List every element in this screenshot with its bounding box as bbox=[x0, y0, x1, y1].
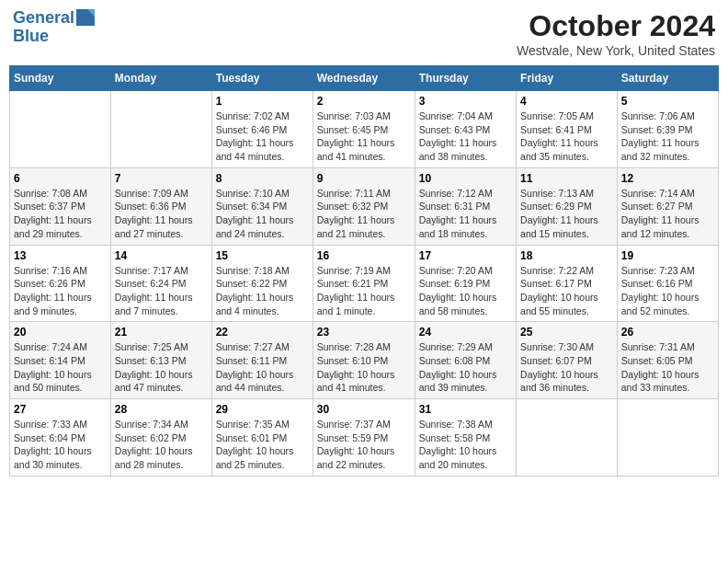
day-number: 30 bbox=[317, 403, 411, 416]
day-number: 21 bbox=[115, 326, 208, 339]
day-number: 4 bbox=[520, 95, 613, 108]
day-info: Sunrise: 7:05 AM Sunset: 6:41 PM Dayligh… bbox=[520, 109, 613, 164]
page-header: General Blue October 2024 Westvale, New … bbox=[9, 9, 719, 58]
week-row-5: 27Sunrise: 7:33 AM Sunset: 6:04 PM Dayli… bbox=[10, 399, 719, 477]
day-cell: 14Sunrise: 7:17 AM Sunset: 6:24 PM Dayli… bbox=[110, 245, 211, 322]
day-cell: 28Sunrise: 7:34 AM Sunset: 6:02 PM Dayli… bbox=[110, 399, 211, 477]
week-row-2: 6Sunrise: 7:08 AM Sunset: 6:37 PM Daylig… bbox=[10, 167, 719, 245]
day-number: 12 bbox=[621, 172, 714, 185]
day-info: Sunrise: 7:02 AM Sunset: 6:46 PM Dayligh… bbox=[216, 109, 309, 164]
col-header-wednesday: Wednesday bbox=[313, 66, 415, 91]
day-cell: 25Sunrise: 7:30 AM Sunset: 6:07 PM Dayli… bbox=[517, 322, 618, 399]
calendar-table: SundayMondayTuesdayWednesdayThursdayFrid… bbox=[9, 65, 719, 477]
col-header-sunday: Sunday bbox=[10, 66, 111, 91]
day-cell: 12Sunrise: 7:14 AM Sunset: 6:27 PM Dayli… bbox=[617, 167, 718, 245]
day-info: Sunrise: 7:28 AM Sunset: 6:10 PM Dayligh… bbox=[317, 340, 411, 395]
day-info: Sunrise: 7:37 AM Sunset: 5:59 PM Dayligh… bbox=[317, 418, 411, 472]
week-row-3: 13Sunrise: 7:16 AM Sunset: 6:26 PM Dayli… bbox=[10, 245, 719, 322]
day-number: 7 bbox=[115, 172, 208, 185]
day-cell: 30Sunrise: 7:37 AM Sunset: 5:59 PM Dayli… bbox=[313, 399, 415, 477]
day-cell: 19Sunrise: 7:23 AM Sunset: 6:16 PM Dayli… bbox=[617, 245, 718, 322]
day-cell bbox=[617, 399, 718, 477]
day-number: 28 bbox=[115, 403, 208, 416]
day-number: 13 bbox=[14, 249, 107, 262]
day-cell: 21Sunrise: 7:25 AM Sunset: 6:13 PM Dayli… bbox=[110, 322, 211, 399]
day-info: Sunrise: 7:25 AM Sunset: 6:13 PM Dayligh… bbox=[115, 340, 208, 395]
week-row-4: 20Sunrise: 7:24 AM Sunset: 6:14 PM Dayli… bbox=[10, 322, 719, 399]
day-number: 11 bbox=[520, 172, 613, 185]
day-cell: 9Sunrise: 7:11 AM Sunset: 6:32 PM Daylig… bbox=[313, 167, 415, 245]
day-cell: 2Sunrise: 7:03 AM Sunset: 6:45 PM Daylig… bbox=[313, 91, 415, 168]
day-number: 10 bbox=[419, 172, 512, 185]
day-number: 3 bbox=[419, 95, 512, 108]
day-number: 27 bbox=[14, 403, 107, 416]
day-info: Sunrise: 7:19 AM Sunset: 6:21 PM Dayligh… bbox=[317, 264, 411, 318]
day-number: 15 bbox=[216, 249, 309, 262]
day-info: Sunrise: 7:34 AM Sunset: 6:02 PM Dayligh… bbox=[115, 418, 208, 472]
day-info: Sunrise: 7:35 AM Sunset: 6:01 PM Dayligh… bbox=[216, 418, 309, 472]
month-title: October 2024 bbox=[517, 9, 715, 43]
day-cell: 5Sunrise: 7:06 AM Sunset: 6:39 PM Daylig… bbox=[617, 91, 718, 168]
day-number: 22 bbox=[216, 326, 309, 339]
day-cell: 6Sunrise: 7:08 AM Sunset: 6:37 PM Daylig… bbox=[10, 167, 111, 245]
day-number: 25 bbox=[520, 326, 613, 339]
col-header-friday: Friday bbox=[517, 66, 618, 91]
day-number: 9 bbox=[317, 172, 411, 185]
day-number: 17 bbox=[419, 249, 512, 262]
day-cell: 17Sunrise: 7:20 AM Sunset: 6:19 PM Dayli… bbox=[415, 245, 516, 322]
calendar-header-row: SundayMondayTuesdayWednesdayThursdayFrid… bbox=[10, 66, 719, 91]
day-cell bbox=[110, 91, 211, 168]
day-number: 20 bbox=[14, 326, 107, 339]
day-info: Sunrise: 7:16 AM Sunset: 6:26 PM Dayligh… bbox=[14, 264, 107, 318]
day-info: Sunrise: 7:10 AM Sunset: 6:34 PM Dayligh… bbox=[216, 187, 309, 241]
day-cell: 7Sunrise: 7:09 AM Sunset: 6:36 PM Daylig… bbox=[110, 167, 211, 245]
col-header-saturday: Saturday bbox=[617, 66, 718, 91]
day-info: Sunrise: 7:13 AM Sunset: 6:29 PM Dayligh… bbox=[520, 187, 613, 241]
col-header-monday: Monday bbox=[110, 66, 211, 91]
day-cell bbox=[517, 399, 618, 477]
day-cell bbox=[10, 91, 111, 168]
day-cell: 11Sunrise: 7:13 AM Sunset: 6:29 PM Dayli… bbox=[517, 167, 618, 245]
day-cell: 24Sunrise: 7:29 AM Sunset: 6:08 PM Dayli… bbox=[415, 322, 516, 399]
week-row-1: 1Sunrise: 7:02 AM Sunset: 6:46 PM Daylig… bbox=[10, 91, 719, 168]
day-cell: 3Sunrise: 7:04 AM Sunset: 6:43 PM Daylig… bbox=[415, 91, 516, 168]
day-info: Sunrise: 7:20 AM Sunset: 6:19 PM Dayligh… bbox=[419, 264, 512, 318]
day-info: Sunrise: 7:12 AM Sunset: 6:31 PM Dayligh… bbox=[419, 187, 512, 241]
day-number: 23 bbox=[317, 326, 411, 339]
logo-general: General bbox=[13, 9, 74, 28]
day-cell: 13Sunrise: 7:16 AM Sunset: 6:26 PM Dayli… bbox=[10, 245, 111, 322]
day-number: 31 bbox=[419, 403, 512, 416]
day-cell: 29Sunrise: 7:35 AM Sunset: 6:01 PM Dayli… bbox=[211, 399, 313, 477]
day-cell: 4Sunrise: 7:05 AM Sunset: 6:41 PM Daylig… bbox=[517, 91, 618, 168]
day-cell: 20Sunrise: 7:24 AM Sunset: 6:14 PM Dayli… bbox=[10, 322, 111, 399]
day-cell: 26Sunrise: 7:31 AM Sunset: 6:05 PM Dayli… bbox=[617, 322, 718, 399]
day-info: Sunrise: 7:18 AM Sunset: 6:22 PM Dayligh… bbox=[216, 264, 309, 318]
day-cell: 15Sunrise: 7:18 AM Sunset: 6:22 PM Dayli… bbox=[211, 245, 313, 322]
day-info: Sunrise: 7:38 AM Sunset: 5:58 PM Dayligh… bbox=[419, 418, 512, 472]
logo-blue: Blue bbox=[13, 28, 95, 46]
day-number: 5 bbox=[621, 95, 714, 108]
day-info: Sunrise: 7:24 AM Sunset: 6:14 PM Dayligh… bbox=[14, 340, 107, 395]
day-info: Sunrise: 7:14 AM Sunset: 6:27 PM Dayligh… bbox=[621, 187, 714, 241]
day-number: 14 bbox=[115, 249, 208, 262]
day-info: Sunrise: 7:17 AM Sunset: 6:24 PM Dayligh… bbox=[115, 264, 208, 318]
day-cell: 22Sunrise: 7:27 AM Sunset: 6:11 PM Dayli… bbox=[211, 322, 313, 399]
day-cell: 10Sunrise: 7:12 AM Sunset: 6:31 PM Dayli… bbox=[415, 167, 516, 245]
title-block: October 2024 Westvale, New York, United … bbox=[517, 9, 715, 58]
day-number: 24 bbox=[419, 326, 512, 339]
day-info: Sunrise: 7:27 AM Sunset: 6:11 PM Dayligh… bbox=[216, 340, 309, 395]
day-number: 8 bbox=[216, 172, 309, 185]
day-number: 1 bbox=[216, 95, 309, 108]
day-cell: 31Sunrise: 7:38 AM Sunset: 5:58 PM Dayli… bbox=[415, 399, 516, 477]
col-header-thursday: Thursday bbox=[415, 66, 516, 91]
day-info: Sunrise: 7:06 AM Sunset: 6:39 PM Dayligh… bbox=[621, 109, 714, 164]
day-info: Sunrise: 7:09 AM Sunset: 6:36 PM Dayligh… bbox=[115, 187, 208, 241]
day-info: Sunrise: 7:22 AM Sunset: 6:17 PM Dayligh… bbox=[520, 264, 613, 318]
day-cell: 27Sunrise: 7:33 AM Sunset: 6:04 PM Dayli… bbox=[10, 399, 111, 477]
day-info: Sunrise: 7:11 AM Sunset: 6:32 PM Dayligh… bbox=[317, 187, 411, 241]
day-info: Sunrise: 7:33 AM Sunset: 6:04 PM Dayligh… bbox=[14, 418, 107, 472]
day-info: Sunrise: 7:31 AM Sunset: 6:05 PM Dayligh… bbox=[621, 340, 714, 395]
day-cell: 8Sunrise: 7:10 AM Sunset: 6:34 PM Daylig… bbox=[211, 167, 313, 245]
day-cell: 1Sunrise: 7:02 AM Sunset: 6:46 PM Daylig… bbox=[211, 91, 313, 168]
day-cell: 16Sunrise: 7:19 AM Sunset: 6:21 PM Dayli… bbox=[313, 245, 415, 322]
